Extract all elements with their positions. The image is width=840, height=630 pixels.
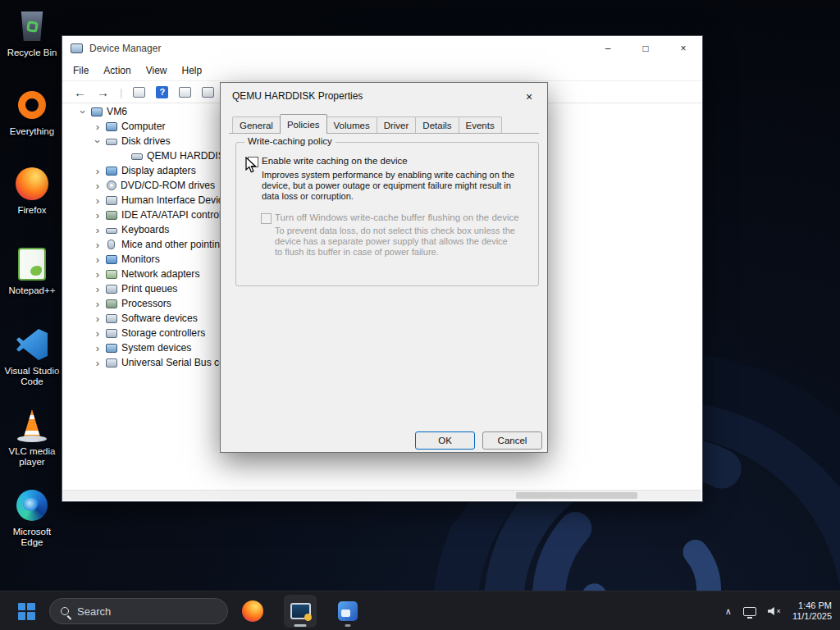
cancel-button[interactable]: Cancel bbox=[482, 431, 542, 450]
forward-icon[interactable]: → bbox=[97, 86, 109, 98]
computer-icon bbox=[91, 107, 103, 116]
chevron-right-icon[interactable]: › bbox=[92, 328, 103, 339]
desktop-icon-everything[interactable]: Everything bbox=[1, 87, 63, 162]
chevron-right-icon[interactable]: › bbox=[92, 166, 103, 176]
desktop-icon-notepadpp[interactable]: Notepad++ bbox=[1, 246, 63, 322]
active-app-indicator bbox=[294, 624, 307, 627]
vscode-icon bbox=[14, 326, 50, 363]
chevron-right-icon[interactable]: › bbox=[92, 284, 103, 294]
chevron-right-icon[interactable]: › bbox=[92, 299, 103, 309]
chevron-right-icon[interactable]: › bbox=[92, 240, 103, 250]
tray-volume-mute-icon[interactable]: × bbox=[768, 606, 781, 616]
ok-button[interactable]: OK bbox=[415, 431, 475, 450]
tree-item-label: Print queues bbox=[121, 283, 177, 294]
taskbar-app-firefox[interactable] bbox=[236, 595, 269, 628]
dialog-tabs: General Policies Volumes Driver Details … bbox=[229, 116, 539, 134]
usb-icon bbox=[106, 358, 117, 368]
chevron-right-icon[interactable]: › bbox=[92, 180, 103, 191]
tree-item-label: Storage controllers bbox=[121, 327, 205, 339]
chevron-right-icon[interactable]: › bbox=[92, 358, 103, 368]
search-icon bbox=[61, 607, 69, 615]
firefox-icon bbox=[242, 600, 263, 622]
tree-item-label: System devices bbox=[121, 342, 191, 354]
tab-policies[interactable]: Policies bbox=[280, 114, 327, 134]
scrollbar-thumb[interactable] bbox=[516, 492, 637, 499]
printer-icon bbox=[106, 285, 117, 294]
minimize-button[interactable]: – bbox=[589, 36, 627, 61]
window-titlebar[interactable]: Device Manager – □ × bbox=[62, 36, 702, 61]
chevron-right-icon[interactable]: › bbox=[92, 195, 103, 206]
close-button[interactable]: × bbox=[664, 36, 702, 61]
network-adapter-icon bbox=[106, 270, 117, 279]
dvd-icon bbox=[107, 180, 116, 190]
dialog-close-button[interactable]: × bbox=[519, 88, 539, 106]
enable-write-caching-description: Improves system performance by enabling … bbox=[262, 170, 526, 202]
tree-item-label: Human Interface Devices bbox=[121, 194, 234, 206]
enable-write-caching-label[interactable]: Enable write caching on the device bbox=[262, 156, 408, 166]
turn-off-flushing-checkbox bbox=[261, 213, 272, 224]
everything-icon bbox=[14, 87, 50, 123]
tree-item-label: Computer bbox=[121, 121, 166, 132]
desktop-icon-recycle-bin[interactable]: Recycle Bin bbox=[1, 8, 63, 84]
desktop-icon-vlc[interactable]: VLC media player bbox=[1, 407, 63, 482]
chevron-down-icon[interactable]: › bbox=[93, 135, 103, 147]
chevron-right-icon[interactable]: › bbox=[92, 343, 103, 354]
mute-x-icon: × bbox=[777, 606, 781, 616]
chevron-right-icon[interactable]: › bbox=[92, 254, 103, 265]
chevron-right-icon[interactable]: › bbox=[92, 269, 103, 280]
toolbar-separator: | bbox=[120, 86, 122, 98]
tab-general[interactable]: General bbox=[232, 116, 281, 133]
back-icon[interactable]: ← bbox=[74, 86, 86, 98]
tree-item-label: Disk drives bbox=[121, 135, 171, 147]
tab-events[interactable]: Events bbox=[459, 116, 502, 133]
tab-volumes[interactable]: Volumes bbox=[326, 116, 377, 133]
desktop-icon-vscode[interactable]: Visual Studio Code bbox=[1, 326, 63, 402]
taskbar-app-window[interactable] bbox=[331, 595, 364, 628]
chevron-down-icon[interactable]: › bbox=[78, 106, 89, 117]
tab-driver[interactable]: Driver bbox=[377, 116, 417, 133]
chevron-right-icon[interactable]: › bbox=[92, 313, 103, 324]
clock-time: 1:46 PM bbox=[792, 600, 832, 612]
tab-details[interactable]: Details bbox=[415, 116, 459, 133]
taskbar-search[interactable]: Search bbox=[49, 598, 228, 624]
mouse-cursor bbox=[245, 157, 258, 175]
clock-date: 11/1/2025 bbox=[792, 611, 832, 623]
mouse-icon bbox=[107, 240, 115, 249]
running-app-indicator bbox=[345, 624, 351, 627]
taskbar-app-device-manager[interactable] bbox=[284, 595, 317, 628]
menu-action[interactable]: Action bbox=[96, 65, 138, 76]
show-window-icon[interactable] bbox=[133, 87, 145, 98]
desktop-icon-edge[interactable]: Microsoft Edge bbox=[1, 487, 63, 563]
chevron-right-icon[interactable]: › bbox=[92, 210, 103, 221]
help-icon[interactable]: ? bbox=[156, 86, 168, 98]
menu-help[interactable]: Help bbox=[175, 65, 210, 76]
app-window-icon bbox=[338, 601, 358, 621]
desktop-icon-label: Microsoft Edge bbox=[2, 527, 62, 548]
group-label: Write-caching policy bbox=[244, 136, 336, 146]
tree-item-label: Monitors bbox=[121, 253, 160, 265]
start-button[interactable] bbox=[10, 595, 43, 628]
software-device-icon bbox=[106, 314, 117, 323]
horizontal-scrollbar[interactable] bbox=[63, 490, 701, 500]
desktop-icon-label: VLC media player bbox=[2, 446, 62, 468]
windows-logo-icon bbox=[18, 603, 35, 620]
scan-hardware-icon[interactable] bbox=[179, 87, 191, 98]
disk-icon bbox=[131, 153, 143, 160]
maximize-button[interactable]: □ bbox=[627, 36, 664, 61]
tray-display-icon[interactable] bbox=[743, 607, 756, 616]
menu-view[interactable]: View bbox=[139, 65, 175, 76]
properties-icon[interactable] bbox=[202, 87, 214, 98]
speaker-icon bbox=[768, 607, 776, 615]
taskbar-clock[interactable]: 1:46 PM 11/1/2025 bbox=[792, 600, 832, 623]
ide-controller-icon bbox=[106, 211, 117, 220]
device-manager-icon bbox=[290, 603, 311, 619]
desktop-icon-firefox[interactable]: Firefox bbox=[1, 166, 63, 241]
taskbar: Search ∧ × 1:46 PM 11/1/20 bbox=[0, 591, 840, 630]
chevron-right-icon[interactable]: › bbox=[92, 121, 103, 132]
tray-chevron-icon[interactable]: ∧ bbox=[725, 606, 732, 617]
menu-bar: File Action View Help bbox=[62, 61, 702, 81]
search-placeholder: Search bbox=[77, 605, 111, 618]
tree-item-label: VM6 bbox=[107, 106, 127, 117]
menu-file[interactable]: File bbox=[66, 65, 96, 76]
chevron-right-icon[interactable]: › bbox=[92, 225, 103, 235]
